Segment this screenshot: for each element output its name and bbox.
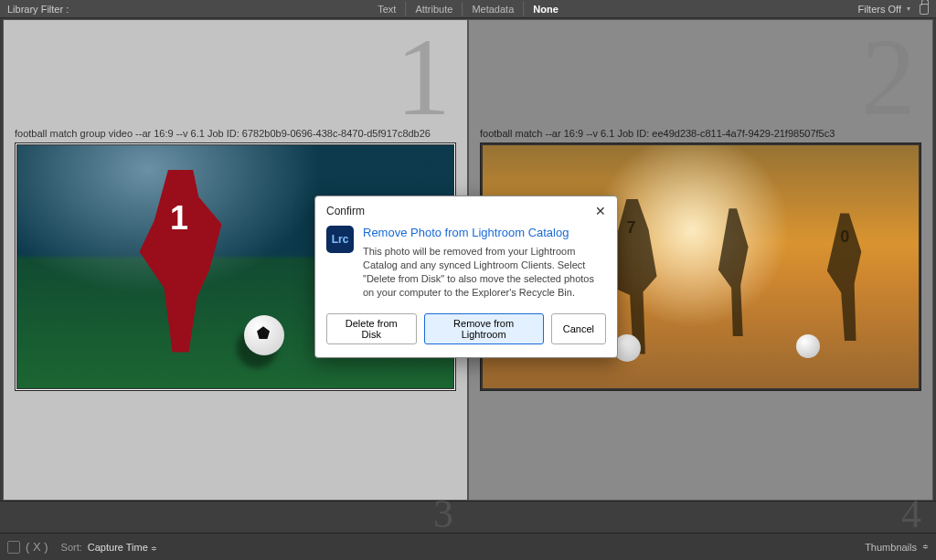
grid-cell-4[interactable]: 4 [468,502,936,533]
sort-value-dropdown[interactable]: Capture Time ≑ [88,542,157,553]
soccer-ball [244,315,284,355]
lock-icon[interactable] [920,4,929,15]
dialog-heading: Remove Photo from Lightroom Catalog [363,226,606,239]
compare-icon[interactable]: ( X ) [26,540,48,554]
grid-row-peek: 3 4 [0,501,936,533]
thumbnails-label: Thumbnails [865,542,917,553]
cell-index: 1 [396,15,451,141]
filters-off-label[interactable]: Filters Off [858,4,901,15]
soccer-ball [796,334,820,358]
library-filter-title: Library Filter : [7,4,69,15]
confirm-dialog: Confirm ✕ Lrc Remove Photo from Lightroo… [314,195,618,358]
chevron-down-icon[interactable]: ▾ [907,5,910,13]
chevron-down-icon: ≑ [151,544,157,553]
grid-cell-3[interactable]: 3 [0,502,468,533]
filter-tab-metadata[interactable]: Metadata [462,2,523,16]
app-badge-text: Lrc [332,233,349,246]
bottom-toolbar: ( X ) Sort: Capture Time ≑ Thumbnails ≑ [0,533,936,560]
delete-from-disk-button[interactable]: Delete from Disk [326,313,417,344]
grid-view-icon[interactable] [7,541,20,554]
library-filter-bar: Library Filter : Text Attribute Metadata… [0,0,936,18]
cell-caption: football match --ar 16:9 --v 6.1 Job ID:… [480,128,897,139]
cell-index: 2 [861,15,916,141]
cancel-button[interactable]: Cancel [551,313,606,344]
cell-index: 4 [901,491,921,537]
filter-tab-none[interactable]: None [523,2,568,16]
dialog-title: Confirm [326,205,365,217]
dialog-body-text: This photo will be removed from your Lig… [363,245,606,299]
sort-value: Capture Time [88,542,148,553]
jersey-number: 1 [170,199,188,238]
cell-index: 3 [433,491,453,537]
remove-from-lightroom-button[interactable]: Remove from Lightroom [424,313,544,344]
jersey-number: 0 [840,227,849,247]
chevron-down-icon[interactable]: ≑ [922,543,929,551]
sort-label: Sort: [61,542,82,553]
jersey-number: 7 [626,218,635,238]
close-icon[interactable]: ✕ [595,204,606,218]
player-silhouette [140,170,222,353]
cell-caption: football match group video --ar 16:9 --v… [15,128,431,139]
player-silhouette [714,208,752,336]
lightroom-app-icon: Lrc [326,226,354,253]
